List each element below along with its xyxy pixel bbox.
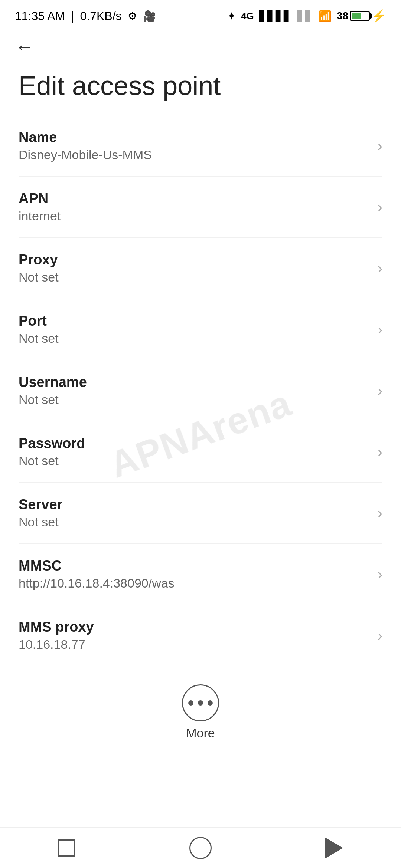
settings-item-username[interactable]: UsernameNot set›	[19, 360, 382, 421]
item-content: PasswordNot set	[19, 435, 370, 468]
settings-item-password[interactable]: PasswordNot set›	[19, 421, 382, 483]
bottom-nav	[0, 827, 401, 868]
battery-indicator: 38 ⚡	[337, 9, 386, 23]
item-value: Not set	[19, 392, 370, 407]
wifi-icon: 📶	[319, 10, 332, 22]
item-content: ServerNot set	[19, 497, 370, 529]
top-nav: ←	[0, 30, 401, 60]
back-button[interactable]: ←	[15, 37, 34, 56]
more-dots-icon	[188, 700, 213, 706]
chevron-right-icon: ›	[378, 505, 382, 522]
recents-icon	[58, 839, 75, 857]
nav-home-button[interactable]	[186, 833, 215, 863]
more-button[interactable]	[182, 684, 219, 721]
chevron-right-icon: ›	[378, 138, 382, 154]
settings-icon: ⚙	[128, 10, 137, 22]
item-content: MMSChttp://10.16.18.4:38090/was	[19, 558, 370, 591]
item-label: MMS proxy	[19, 619, 370, 635]
item-value: http://10.16.18.4:38090/was	[19, 576, 370, 591]
status-bar: 11:35 AM | 0.7KB/s ⚙ 🎥 ✦ 4G ▋▋▋▋ ▋▋ 📶 38…	[0, 0, 401, 30]
item-label: APN	[19, 191, 370, 207]
back-icon	[325, 838, 343, 858]
item-content: PortNot set	[19, 313, 370, 346]
chevron-right-icon: ›	[378, 382, 382, 399]
item-value: Not set	[19, 270, 370, 285]
page-title: Edit access point	[0, 60, 401, 115]
dot1	[188, 700, 193, 706]
item-label: Server	[19, 497, 370, 513]
nav-recents-button[interactable]	[52, 833, 82, 863]
settings-item-proxy[interactable]: ProxyNot set›	[19, 238, 382, 299]
battery-fill	[352, 13, 361, 19]
chevron-right-icon: ›	[378, 260, 382, 277]
item-value: Not set	[19, 331, 370, 346]
settings-item-name[interactable]: NameDisney-Mobile-Us-MMS›	[19, 115, 382, 177]
item-content: APNinternet	[19, 191, 370, 223]
item-value: 10.16.18.77	[19, 637, 370, 652]
chevron-right-icon: ›	[378, 199, 382, 216]
status-network-speed-value: 0.7KB/s	[80, 9, 122, 23]
status-right: ✦ 4G ▋▋▋▋ ▋▋ 📶 38 ⚡	[227, 9, 386, 23]
chevron-right-icon: ›	[378, 566, 382, 583]
signal-bars2-icon: ▋▋	[297, 10, 313, 22]
dot2	[198, 700, 203, 706]
battery-icon	[350, 11, 370, 21]
item-content: ProxyNot set	[19, 252, 370, 285]
settings-item-mms-proxy[interactable]: MMS proxy10.16.18.77›	[19, 605, 382, 666]
more-section: More	[0, 666, 401, 752]
dot3	[208, 700, 213, 706]
item-value: Not set	[19, 515, 370, 529]
settings-item-server[interactable]: ServerNot set›	[19, 483, 382, 544]
home-icon	[189, 837, 212, 859]
status-network-speed: |	[71, 9, 74, 23]
signal-4g-icon: 4G	[241, 10, 254, 22]
status-time: 11:35 AM	[15, 9, 65, 23]
chevron-right-icon: ›	[378, 444, 382, 460]
item-label: MMSC	[19, 558, 370, 574]
item-value: Disney-Mobile-Us-MMS	[19, 148, 370, 162]
item-content: UsernameNot set	[19, 374, 370, 407]
chevron-right-icon: ›	[378, 627, 382, 644]
item-label: Port	[19, 313, 370, 329]
item-value: Not set	[19, 454, 370, 468]
item-label: Password	[19, 435, 370, 451]
settings-list: NameDisney-Mobile-Us-MMS›APNinternet›Pro…	[0, 115, 401, 666]
item-label: Proxy	[19, 252, 370, 268]
more-label: More	[186, 726, 215, 740]
item-label: Name	[19, 129, 370, 145]
video-icon: 🎥	[143, 10, 156, 22]
battery-percent: 38	[337, 10, 348, 22]
settings-item-apn[interactable]: APNinternet›	[19, 177, 382, 238]
item-content: MMS proxy10.16.18.77	[19, 619, 370, 652]
bluetooth-icon: ✦	[227, 10, 236, 22]
settings-item-port[interactable]: PortNot set›	[19, 299, 382, 360]
item-content: NameDisney-Mobile-Us-MMS	[19, 129, 370, 162]
status-left: 11:35 AM | 0.7KB/s ⚙ 🎥	[15, 9, 156, 23]
item-label: Username	[19, 374, 370, 390]
signal-bars-icon: ▋▋▋▋	[259, 10, 292, 22]
nav-back-button[interactable]	[319, 833, 349, 863]
settings-item-mmsc[interactable]: MMSChttp://10.16.18.4:38090/was›	[19, 544, 382, 605]
charging-icon: ⚡	[371, 9, 386, 23]
item-value: internet	[19, 209, 370, 223]
chevron-right-icon: ›	[378, 321, 382, 338]
